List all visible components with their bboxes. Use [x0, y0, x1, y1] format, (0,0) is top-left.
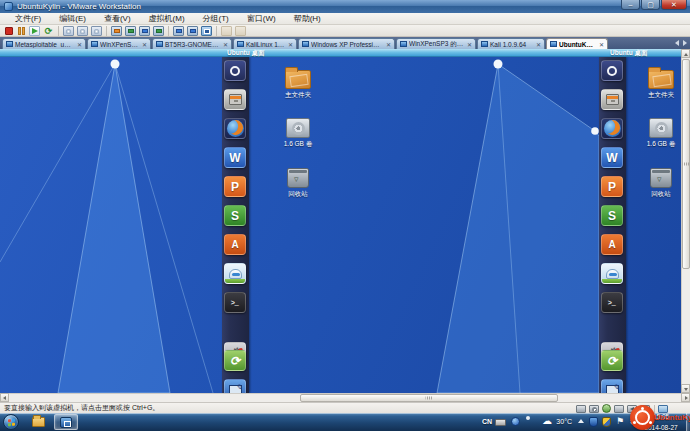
suspend-button[interactable] — [17, 26, 26, 36]
wps-spreadsheet-icon[interactable]: S — [224, 205, 246, 226]
tab-bt5r3-gnome[interactable]: BT5R3-GNOME-VM-32 ✕ — [152, 38, 232, 49]
menu-help[interactable]: 帮助(H) — [285, 13, 330, 24]
weather-cloud-icon[interactable]: ☁ — [542, 416, 552, 426]
taskbar-clock[interactable]: 15:05 2014-08-27 — [638, 413, 684, 431]
firefox-icon[interactable] — [224, 118, 246, 139]
file-manager-icon[interactable] — [224, 89, 246, 110]
snapshot-manager-button[interactable] — [91, 26, 102, 36]
home-folder-icon[interactable]: 主文件夹 — [278, 66, 318, 100]
wps-presentation-icon[interactable]: P — [601, 176, 623, 197]
app-tray-icon[interactable] — [511, 417, 520, 426]
tab-close-icon[interactable]: ✕ — [288, 41, 293, 48]
fit-window-button[interactable] — [187, 26, 198, 36]
wps-presentation-icon[interactable]: P — [224, 176, 246, 197]
take-snapshot-button[interactable] — [63, 26, 74, 36]
fit-guest-button[interactable] — [173, 26, 184, 36]
action-center-flag-icon[interactable]: ⚑ — [616, 416, 624, 426]
dash-home-icon[interactable] — [224, 60, 246, 81]
tab-winxpensp3[interactable]: WinXPenSP3 ✕ — [87, 38, 151, 49]
tab-scroll-left-icon[interactable] — [675, 40, 679, 46]
usb-icon[interactable] — [614, 405, 624, 413]
tab-winxpensp3-clone[interactable]: WinXPenSP3 的克隆 ✕ — [396, 38, 476, 49]
tab-close-icon[interactable]: ✕ — [223, 41, 228, 48]
vertical-scrollbar[interactable] — [681, 49, 690, 393]
software-center-icon[interactable]: A — [601, 234, 623, 255]
wps-writer-icon[interactable]: W — [601, 147, 623, 168]
menu-view[interactable]: 查看(V) — [95, 13, 140, 24]
volume-icon[interactable]: 1.6 GB 卷 — [278, 115, 318, 149]
scroll-left-icon[interactable] — [0, 393, 9, 402]
tab-kalilinux-107[interactable]: KaliLinux 1.0.7 ✕ — [233, 38, 297, 49]
tab-close-icon[interactable]: ✕ — [386, 41, 391, 48]
trash-icon[interactable]: ▿ 回收站 — [278, 165, 318, 199]
upgrade-icon[interactable] — [221, 26, 232, 36]
cd-rom-icon[interactable] — [589, 405, 599, 413]
power-off-button[interactable] — [5, 27, 13, 35]
terminal-icon[interactable]: >_ — [224, 292, 246, 313]
vertical-scroll-thumb[interactable] — [682, 59, 690, 269]
minimize-button[interactable]: – — [621, 0, 640, 10]
hidden-icons-arrow[interactable] — [578, 419, 584, 423]
start-button[interactable] — [3, 414, 19, 430]
notification-dot-icon[interactable] — [526, 416, 530, 420]
tab-close-icon[interactable]: ✕ — [599, 41, 604, 48]
tab-close-icon[interactable]: ✕ — [142, 41, 147, 48]
network-adapter-icon[interactable] — [602, 404, 611, 413]
horizontal-scroll-thumb[interactable] — [300, 394, 558, 402]
show-desktop-button[interactable] — [686, 413, 690, 431]
kylin-software-center-icon[interactable] — [601, 263, 623, 284]
tab-ubuntukylin[interactable]: UbuntuKylin ✕ — [546, 38, 608, 49]
tab-close-icon[interactable]: ✕ — [467, 41, 472, 48]
show-thumbnails-button[interactable] — [125, 26, 136, 36]
wps-spreadsheet-icon[interactable]: S — [601, 205, 623, 226]
full-screen-button[interactable] — [201, 26, 212, 36]
wps-writer-icon[interactable]: W — [224, 147, 246, 168]
console-view-button[interactable] — [139, 26, 150, 36]
file-manager-icon[interactable] — [601, 89, 623, 110]
software-updater-icon[interactable]: ⟳ — [224, 350, 246, 371]
dash-home-icon[interactable] — [601, 60, 623, 81]
software-center-icon[interactable]: A — [224, 234, 246, 255]
scroll-up-icon[interactable] — [681, 49, 690, 58]
trash-icon[interactable]: ▿ 回收站 — [641, 165, 681, 199]
tab-windows-xp-professional[interactable]: Windows XP Professional ✕ — [298, 38, 395, 49]
power-on-button[interactable] — [29, 26, 40, 36]
menu-window[interactable]: 窗口(W) — [238, 13, 285, 24]
hard-disk-icon[interactable] — [576, 405, 586, 413]
menu-group[interactable]: 分组(T) — [194, 13, 238, 24]
tab-close-icon[interactable]: ✕ — [536, 41, 541, 48]
software-updater-icon[interactable]: ⟳ — [601, 350, 623, 371]
horizontal-scrollbar[interactable] — [0, 393, 690, 402]
vm-console[interactable]: Ubuntu 桌面 Ubuntu 桌面 W P S A >_ ⚙ ⟳ W P S… — [0, 49, 681, 393]
scroll-right-icon[interactable] — [681, 393, 690, 402]
display-tool-icon[interactable] — [601, 379, 623, 393]
show-library-button[interactable] — [111, 26, 122, 36]
security-shield-icon[interactable] — [589, 417, 598, 427]
volume-icon[interactable]: 1.6 GB 卷 — [641, 115, 681, 149]
tab-close-icon[interactable]: ✕ — [77, 41, 82, 48]
tab-kali-10964[interactable]: Kali 1.0.9.64 ✕ — [477, 38, 545, 49]
close-button[interactable]: ✕ — [661, 0, 687, 10]
kylin-software-center-icon[interactable] — [224, 263, 246, 284]
maximize-button[interactable]: ▢ — [641, 0, 660, 10]
explorer-taskbar-button[interactable] — [26, 414, 50, 430]
tab-metasploitable-ubuntu[interactable]: Metasploitable_ubuntu ✕ — [2, 38, 86, 49]
menu-file[interactable]: 文件(F) — [6, 13, 50, 24]
menu-vm[interactable]: 虚拟机(M) — [140, 13, 194, 24]
revert-snapshot-button[interactable] — [77, 26, 88, 36]
language-indicator[interactable]: CN — [482, 418, 492, 425]
scroll-down-icon[interactable] — [681, 384, 690, 393]
message-log-icon[interactable] — [658, 405, 668, 413]
menu-edit[interactable]: 编辑(E) — [50, 13, 95, 24]
vmware-taskbar-button[interactable] — [54, 414, 78, 430]
display-tool-icon[interactable] — [224, 379, 246, 393]
unity-mode-button[interactable] — [153, 26, 164, 36]
reset-button[interactable]: ⟳ — [43, 26, 54, 36]
share-icon[interactable] — [235, 26, 246, 36]
home-folder-icon[interactable]: 主文件夹 — [641, 66, 681, 100]
firefox-icon[interactable] — [601, 118, 623, 139]
printer-icon[interactable] — [640, 405, 650, 413]
tab-scroll-right-icon[interactable] — [683, 40, 687, 46]
uac-shield-icon[interactable] — [602, 417, 611, 427]
sound-icon[interactable] — [627, 405, 637, 413]
